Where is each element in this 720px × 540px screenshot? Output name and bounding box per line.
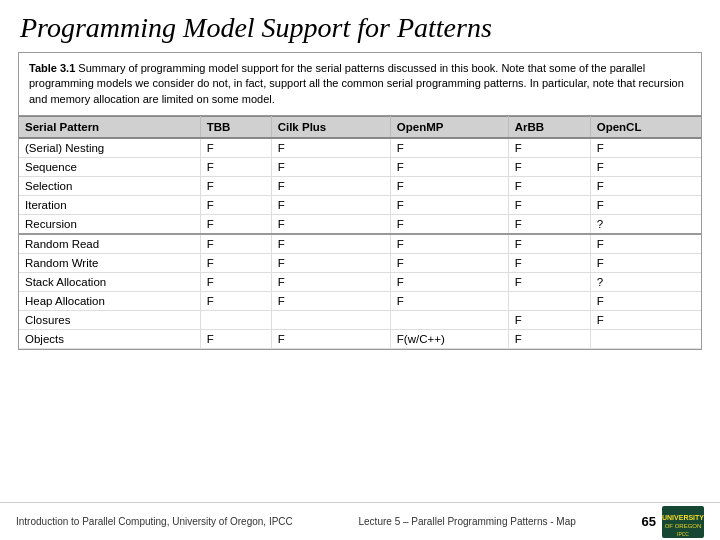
table-cell: F <box>508 158 590 177</box>
table-cell: F <box>390 292 508 311</box>
table-cell: F <box>390 215 508 235</box>
table-cell: F <box>590 158 701 177</box>
table-cell: F <box>200 254 271 273</box>
page-number: 65 <box>642 514 656 529</box>
table-cell: Recursion <box>19 215 200 235</box>
table-row: Random ReadFFFFF <box>19 234 701 254</box>
table-cell: F <box>590 292 701 311</box>
table-cell: F <box>271 215 390 235</box>
table-caption: Table 3.1 Summary of programming model s… <box>19 53 701 116</box>
table-cell: ? <box>590 273 701 292</box>
table-cell: F <box>390 254 508 273</box>
table-container: Table 3.1 Summary of programming model s… <box>18 52 702 350</box>
table-cell: F <box>590 177 701 196</box>
page-title: Programming Model Support for Patterns <box>0 0 720 52</box>
col-header-openmp: OpenMP <box>390 117 508 139</box>
table-cell: F(w/C++) <box>390 330 508 349</box>
table-cell: ? <box>590 215 701 235</box>
svg-text:UNIVERSITY: UNIVERSITY <box>662 514 704 521</box>
table-cell: F <box>590 234 701 254</box>
table-label: Table 3.1 <box>29 62 75 74</box>
svg-text:IPCC: IPCC <box>677 531 689 537</box>
table-cell: F <box>508 196 590 215</box>
table-cell: F <box>271 177 390 196</box>
table-cell: F <box>390 196 508 215</box>
col-header-opencl: OpenCL <box>590 117 701 139</box>
table-cell: F <box>271 254 390 273</box>
footer-institution: Introduction to Parallel Computing, Univ… <box>16 516 293 527</box>
table-cell: Random Write <box>19 254 200 273</box>
col-header-arbb: ArBB <box>508 117 590 139</box>
table-cell: F <box>390 138 508 158</box>
table-cell: F <box>508 273 590 292</box>
col-header-cilk: Cilk Plus <box>271 117 390 139</box>
patterns-table: Serial Pattern TBB Cilk Plus OpenMP ArBB… <box>19 116 701 349</box>
table-row: (Serial) NestingFFFFF <box>19 138 701 158</box>
col-header-tbb: TBB <box>200 117 271 139</box>
table-cell: F <box>390 158 508 177</box>
table-cell: Selection <box>19 177 200 196</box>
footer: Introduction to Parallel Computing, Univ… <box>0 502 720 540</box>
table-cell: F <box>271 234 390 254</box>
table-cell: F <box>271 138 390 158</box>
table-cell: F <box>508 330 590 349</box>
table-cell: F <box>590 138 701 158</box>
table-cell: F <box>271 196 390 215</box>
table-cell: F <box>590 311 701 330</box>
table-cell: F <box>200 196 271 215</box>
table-row: RecursionFFFF? <box>19 215 701 235</box>
table-cell: Sequence <box>19 158 200 177</box>
footer-lecture: Lecture 5 – Parallel Programming Pattern… <box>293 516 642 527</box>
table-cell: Stack Allocation <box>19 273 200 292</box>
table-row: SelectionFFFFF <box>19 177 701 196</box>
table-cell: F <box>200 273 271 292</box>
footer-right: 65 UNIVERSITY OF OREGON IPCC <box>642 506 704 538</box>
table-row: IterationFFFFF <box>19 196 701 215</box>
table-cell <box>271 311 390 330</box>
table-cell: F <box>271 292 390 311</box>
table-row: SequenceFFFFF <box>19 158 701 177</box>
table-cell: F <box>590 254 701 273</box>
table-cell: F <box>271 330 390 349</box>
table-header: Serial Pattern TBB Cilk Plus OpenMP ArBB… <box>19 117 701 139</box>
table-cell <box>390 311 508 330</box>
table-cell: Random Read <box>19 234 200 254</box>
table-row: Stack AllocationFFFF? <box>19 273 701 292</box>
table-cell: F <box>271 273 390 292</box>
svg-text:OF OREGON: OF OREGON <box>665 523 702 529</box>
table-cell: F <box>508 215 590 235</box>
table-cell: F <box>271 158 390 177</box>
table-cell <box>200 311 271 330</box>
table-cell: F <box>508 177 590 196</box>
table-cell: Closures <box>19 311 200 330</box>
table-body: (Serial) NestingFFFFFSequenceFFFFFSelect… <box>19 138 701 349</box>
table-row: ObjectsFFF(w/C++)F <box>19 330 701 349</box>
table-cell: F <box>200 215 271 235</box>
table-cell: F <box>508 311 590 330</box>
table-cell: F <box>590 196 701 215</box>
table-caption-text: Summary of programming model support for… <box>29 62 684 105</box>
table-cell: F <box>390 177 508 196</box>
university-logo: UNIVERSITY OF OREGON IPCC <box>662 506 704 538</box>
table-row: Random WriteFFFFF <box>19 254 701 273</box>
table-cell: F <box>200 158 271 177</box>
table-cell: F <box>200 234 271 254</box>
table-row: Heap AllocationFFFF <box>19 292 701 311</box>
table-cell: Iteration <box>19 196 200 215</box>
table-cell: F <box>508 234 590 254</box>
table-row: ClosuresFF <box>19 311 701 330</box>
table-cell: Heap Allocation <box>19 292 200 311</box>
table-cell: F <box>200 177 271 196</box>
table-cell: F <box>508 254 590 273</box>
table-cell: Objects <box>19 330 200 349</box>
table-cell: (Serial) Nesting <box>19 138 200 158</box>
col-header-serial-pattern: Serial Pattern <box>19 117 200 139</box>
table-cell: F <box>508 138 590 158</box>
table-cell: F <box>200 292 271 311</box>
table-cell <box>590 330 701 349</box>
table-cell: F <box>390 234 508 254</box>
table-cell: F <box>390 273 508 292</box>
table-cell: F <box>200 330 271 349</box>
table-cell <box>508 292 590 311</box>
table-cell: F <box>200 138 271 158</box>
